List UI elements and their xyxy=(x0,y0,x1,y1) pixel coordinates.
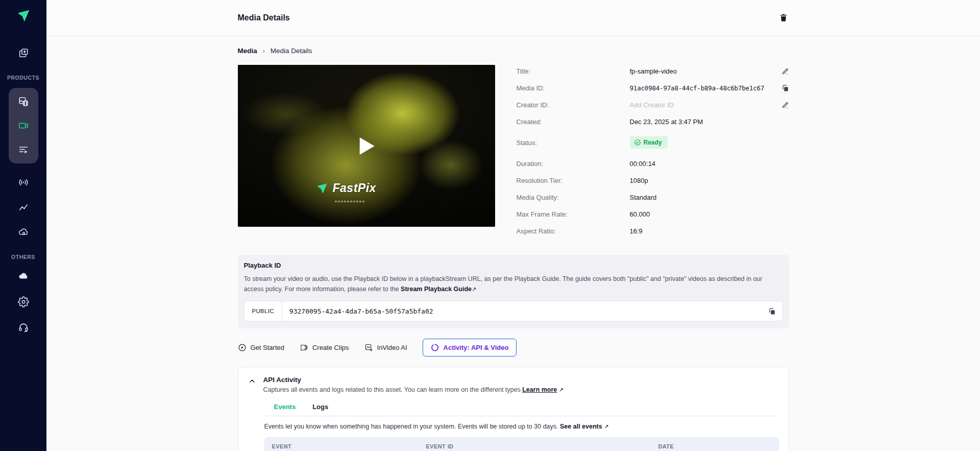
api-activity-card: API Activity Captures all events and log… xyxy=(238,367,789,451)
sidebar: PRODUCTS xyxy=(0,0,46,451)
sidebar-products-label: PRODUCTS xyxy=(7,75,39,81)
meta-value-status: Ready xyxy=(630,136,789,149)
chevron-up-icon xyxy=(248,377,256,385)
tab-activity-api-video[interactable]: Activity: API & Video xyxy=(423,339,517,357)
main-area: Media Details Media › Media De xyxy=(46,0,980,451)
collapse-section-button[interactable] xyxy=(248,376,256,385)
detail-tabs: Get Started Create Clips xyxy=(238,339,789,357)
sidebar-middle-items xyxy=(17,176,30,239)
edit-title-button[interactable] xyxy=(778,67,789,75)
status-badge: Ready xyxy=(630,136,668,149)
sidebar-products-group xyxy=(9,88,38,163)
delivery-icon[interactable] xyxy=(17,226,30,239)
delete-media-button[interactable] xyxy=(778,12,789,23)
see-all-events-link[interactable]: See all events xyxy=(560,423,602,430)
sidebar-bottom-items xyxy=(17,270,30,334)
tab-label: InVideo AI xyxy=(377,344,407,351)
subtab-divider xyxy=(264,416,779,416)
playback-id-value[interactable]: 93270095-42a4-4da7-b65a-50f57a5bfa02 xyxy=(282,307,768,315)
meta-value-framerate: 60.000 xyxy=(630,210,789,218)
add-media-icon[interactable] xyxy=(17,47,30,59)
copy-media-id-button[interactable] xyxy=(778,84,789,92)
stream-playback-guide-link[interactable]: Stream Playback Guide xyxy=(401,286,472,293)
analytics-icon[interactable] xyxy=(17,201,30,213)
playback-panel-title: Playback ID xyxy=(244,262,783,269)
meta-label: Media ID: xyxy=(517,84,630,92)
column-header-event-id: EVENT ID xyxy=(426,443,658,449)
meta-row-creator-id: Creator ID: Add Creator ID xyxy=(517,100,789,110)
sidebar-others-label: OTHERS xyxy=(11,254,35,260)
media-library-icon[interactable] xyxy=(17,96,30,108)
api-activity-title: API Activity xyxy=(263,376,564,384)
tab-get-started[interactable]: Get Started xyxy=(238,339,284,356)
meta-row-created: Created: Dec 23, 2025 at 3:47 PM xyxy=(517,116,789,127)
fastpix-watermark-icon xyxy=(315,182,329,195)
meta-label: Media Quality: xyxy=(517,194,630,201)
playback-id-panel: Playback ID To stream your video or audi… xyxy=(238,255,789,328)
tab-invideo-ai[interactable]: AI InVideo AI xyxy=(364,339,407,356)
meta-row-media-id: Media ID: 91ac0984-97a8-44cf-b89a-48c6b7… xyxy=(517,83,789,93)
status-badge-label: Ready xyxy=(644,139,662,146)
meta-value-creator-id-placeholder[interactable]: Add Creator ID xyxy=(630,101,778,109)
meta-value-resolution: 1080p xyxy=(630,177,789,184)
tab-label: Get Started xyxy=(251,344,284,351)
playback-id-row: PUBLIC 93270095-42a4-4da7-b65a-50f57a5bf… xyxy=(244,301,783,321)
meta-label: Title: xyxy=(517,67,630,75)
external-link-icon: ↗ xyxy=(559,387,564,393)
page-title: Media Details xyxy=(238,13,290,22)
events-table-header: EVENT EVENT ID DATE xyxy=(265,438,778,451)
media-metadata: Title: fp-sample-video Media ID: 91ac098… xyxy=(517,65,789,243)
breadcrumb: Media › Media Details xyxy=(238,47,789,55)
meta-row-framerate: Max Frame Rate: 60.000 xyxy=(517,209,789,219)
subtab-logs[interactable]: Logs xyxy=(312,403,328,416)
meta-label: Resolution Tier: xyxy=(517,177,630,184)
video-watermark: FastPix xyxy=(315,181,376,195)
copy-playback-id-button[interactable] xyxy=(768,307,782,315)
meta-value-media-id: 91ac0984-97a8-44cf-b89a-48c6b7be1c67 xyxy=(630,84,778,92)
chevron-right-icon: › xyxy=(263,48,265,55)
clips-scissors-icon xyxy=(300,343,308,352)
play-icon[interactable] xyxy=(359,137,374,155)
tab-label: Create Clips xyxy=(312,344,349,351)
play-circle-icon xyxy=(238,343,247,352)
meta-label: Creator ID: xyxy=(517,101,630,109)
events-table: EVENT EVENT ID DATE video.media.impose_t… xyxy=(264,437,779,451)
meta-label: Aspect Ratio: xyxy=(517,227,630,235)
breadcrumb-media-link[interactable]: Media xyxy=(238,47,257,55)
fastpix-logo-icon[interactable] xyxy=(16,8,31,23)
column-header-date: DATE xyxy=(658,443,771,449)
activity-spinner-icon xyxy=(431,343,439,352)
ai-badge-icon: AI xyxy=(364,343,373,352)
storage-cloud-icon[interactable] xyxy=(17,270,30,282)
meta-value-aspect: 16:9 xyxy=(630,227,789,235)
app-window: PRODUCTS xyxy=(0,0,980,451)
meta-label: Status: xyxy=(517,139,630,147)
settings-gear-icon[interactable] xyxy=(17,296,30,308)
live-stream-icon[interactable] xyxy=(17,176,30,188)
support-headset-icon[interactable] xyxy=(17,321,30,334)
video-icon[interactable] xyxy=(17,120,30,132)
check-circle-icon xyxy=(634,139,641,146)
edit-creator-id-button[interactable] xyxy=(778,101,789,109)
meta-row-resolution: Resolution Tier: 1080p xyxy=(517,175,789,185)
column-header-event: EVENT xyxy=(272,443,426,449)
meta-label: Duration: xyxy=(517,160,630,168)
watermark-label: FastPix xyxy=(333,181,376,195)
subtab-events[interactable]: Events xyxy=(274,403,296,416)
playlist-icon[interactable] xyxy=(17,144,30,156)
watermark-tagline xyxy=(335,201,364,202)
meta-row-duration: Duration: 00:00:14 xyxy=(517,158,789,169)
playback-visibility-label: PUBLIC xyxy=(244,301,282,321)
learn-more-link[interactable]: Learn more xyxy=(522,386,557,393)
meta-row-aspect: Aspect Ratio: 16:9 xyxy=(517,226,789,236)
svg-text:AI: AI xyxy=(366,346,370,349)
api-activity-description: Captures all events and logs related to … xyxy=(263,386,564,393)
activity-subtabs: Events Logs xyxy=(274,403,779,416)
video-player[interactable]: FastPix xyxy=(238,65,495,227)
meta-value-created: Dec 23, 2025 at 3:47 PM xyxy=(630,118,789,126)
tab-label: Activity: API & Video xyxy=(444,344,509,351)
trash-icon xyxy=(779,13,788,22)
meta-label: Created: xyxy=(517,118,630,126)
tab-create-clips[interactable]: Create Clips xyxy=(300,339,349,356)
meta-row-quality: Media Quality: Standard xyxy=(517,192,789,202)
